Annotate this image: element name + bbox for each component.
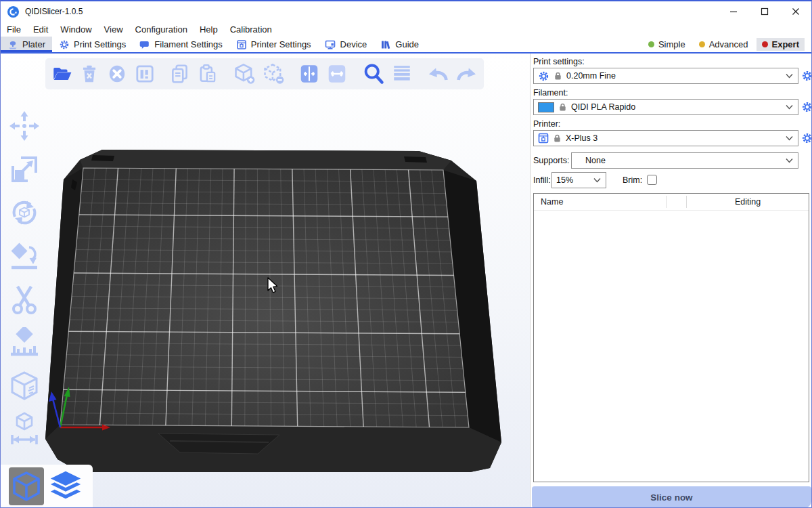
move-icon[interactable] [7,109,42,143]
open-icon[interactable] [51,62,72,85]
app-logo-icon [7,5,20,18]
redo-icon[interactable] [455,62,478,85]
app-window: QIDISlicer-1.0.5 File Edit Window View C… [0,0,812,508]
main-tab-bar: Plater Print Settings Filament Settings … [1,37,811,54]
mode-selector: Simple Advanced Expert [643,37,811,52]
close-button[interactable] [780,1,811,22]
copy-icon[interactable] [169,62,191,85]
paste-icon[interactable] [197,62,219,85]
arrange-icon[interactable] [134,62,156,85]
supports-combo[interactable]: None [571,152,798,169]
tab-label: Guide [395,39,419,49]
place-on-face-icon[interactable] [7,239,42,273]
menu-configuration[interactable]: Configuration [129,24,194,35]
object-list-body[interactable] [534,211,809,482]
printer-icon [236,39,247,50]
print-settings-label: Print settings: [533,57,585,66]
editor-3d-view-button[interactable] [9,467,44,505]
variable-layer-height-icon[interactable] [391,62,413,85]
menu-help[interactable]: Help [194,24,224,35]
maximize-button[interactable] [749,1,780,22]
menu-file[interactable]: File [1,24,27,35]
supports-value: None [576,156,606,165]
chevron-down-icon [593,177,601,183]
infill-value: 15% [556,175,573,185]
filament-color-swatch [538,102,554,112]
filament-combo[interactable]: QIDI PLA Rapido [533,99,798,115]
print-settings-combo[interactable]: 0.20mm Fine [533,68,798,84]
lock-icon [558,102,567,112]
remove-instance-icon[interactable] [262,62,285,85]
filament-gear-button[interactable] [801,101,812,113]
printer-combo[interactable]: X-Plus 3 [533,130,798,146]
printer-gear-button[interactable] [801,132,812,144]
slice-now-button[interactable]: Slice now [532,486,811,508]
printer-value: X-Plus 3 [566,133,597,143]
tab-filament-settings[interactable]: Filament Settings [133,37,229,52]
mode-simple[interactable]: Simple [643,38,691,51]
delete-icon[interactable] [78,62,100,85]
cut-icon[interactable] [7,282,42,316]
mode-expert[interactable]: Expert [757,38,805,51]
filament-icon [139,39,150,50]
print-settings-gear-button[interactable] [801,70,812,82]
column-editing: Editing [687,197,809,207]
seam-painting-icon[interactable] [7,369,42,403]
chevron-down-icon [786,104,793,110]
menu-bar: File Edit Window View Configuration Help… [1,22,811,37]
paint-on-supports-icon[interactable] [7,326,42,360]
undo-icon[interactable] [426,62,449,85]
mode-label: Expert [772,39,799,49]
preview-view-button[interactable] [48,467,83,505]
tab-print-settings[interactable]: Print Settings [52,37,133,52]
object-list-header: Name Editing [534,194,809,211]
tab-label: Print Settings [74,39,126,49]
menu-window[interactable]: Window [54,24,97,35]
column-name: Name [534,196,667,208]
measure-icon[interactable] [7,412,42,446]
simple-dot-icon [648,41,654,47]
slice-now-label: Slice now [650,492,692,503]
search-icon[interactable] [362,62,385,85]
tab-label: Filament Settings [154,39,222,49]
brim-checkbox[interactable] [647,175,657,185]
menu-edit[interactable]: Edit [27,24,54,35]
lock-icon [554,71,562,81]
split-to-parts-icon[interactable] [326,62,348,85]
object-list: Name Editing [533,193,809,482]
rotate-icon[interactable] [7,196,42,230]
tab-plater[interactable]: Plater [1,37,52,52]
gear-icon [538,70,549,82]
filament-value: QIDI PLA Rapido [571,102,635,112]
filament-label: Filament: [533,88,568,98]
infill-combo[interactable]: 15% [551,172,606,188]
tab-printer-settings[interactable]: Printer Settings [229,37,318,52]
viewport-3d[interactable] [1,54,530,508]
view-toggle-bar [1,465,93,508]
guide-books-icon [380,39,391,50]
tab-guide[interactable]: Guide [374,37,426,52]
menu-view[interactable]: View [98,24,129,35]
menu-calibration[interactable]: Calibration [224,24,278,35]
build-plate [1,54,530,508]
print-settings-gear-icon [59,39,70,50]
mode-label: Advanced [709,39,748,49]
tab-device[interactable]: Device [318,37,374,52]
supports-label: Supports: [533,156,570,165]
plater-toolbar [45,58,484,89]
window-title: QIDISlicer-1.0.5 [25,7,83,16]
minimize-button[interactable] [718,1,749,22]
mode-advanced[interactable]: Advanced [694,38,754,51]
gizmo-toolbar [1,101,48,446]
print-settings-value: 0.20mm Fine [566,71,616,81]
title-bar: QIDISlicer-1.0.5 [1,1,811,22]
split-to-objects-icon[interactable] [298,62,320,85]
plater-icon [7,39,18,50]
scale-icon[interactable] [7,152,42,186]
brim-label: Brim: [623,175,642,185]
tab-label: Plater [22,39,45,49]
delete-all-icon[interactable] [106,62,128,85]
chevron-down-icon [786,135,793,141]
mode-label: Simple [658,39,685,49]
add-instance-icon[interactable] [233,62,256,85]
